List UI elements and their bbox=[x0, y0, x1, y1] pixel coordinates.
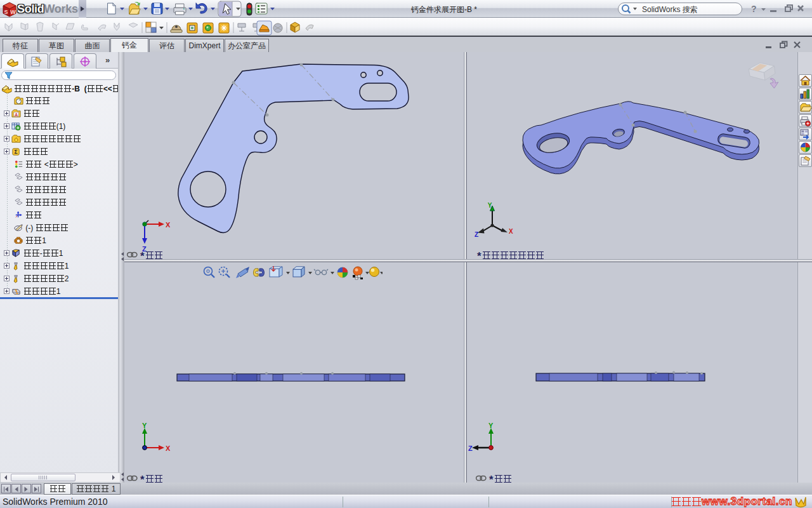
svg-text:Y: Y bbox=[488, 202, 492, 209]
svg-text:X: X bbox=[166, 444, 171, 452]
svg-text:S: S bbox=[4, 9, 8, 15]
svg-text:X: X bbox=[509, 228, 513, 235]
svg-text:W: W bbox=[10, 9, 16, 15]
svg-text:Y: Y bbox=[488, 422, 494, 429]
svg-text:Z: Z bbox=[475, 231, 478, 238]
svg-text:X: X bbox=[166, 221, 171, 229]
svg-text:Z: Z bbox=[468, 444, 473, 452]
svg-text:Y: Y bbox=[142, 422, 147, 429]
